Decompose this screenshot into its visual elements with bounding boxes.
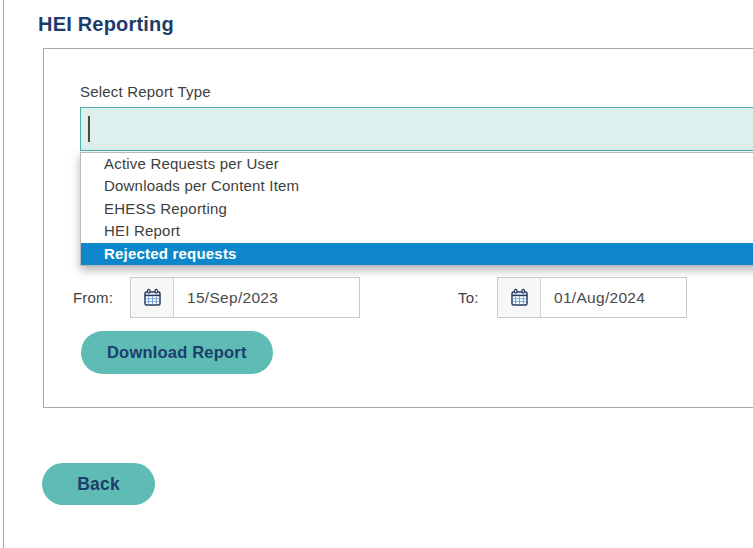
dropdown-option[interactable]: EHESS Reporting xyxy=(81,198,753,221)
to-date-value[interactable]: 01/Aug/2024 xyxy=(541,278,645,317)
to-calendar-button[interactable] xyxy=(498,278,541,317)
download-report-button[interactable]: Download Report xyxy=(81,331,273,374)
page-left-border xyxy=(3,0,4,548)
calendar-icon xyxy=(510,288,529,307)
dropdown-option[interactable]: Downloads per Content Item xyxy=(81,175,753,198)
screen: HEI Reporting Select Report Type Active … xyxy=(0,0,753,548)
report-type-dropdown: Active Requests per UserDownloads per Co… xyxy=(80,152,753,267)
report-type-combobox[interactable] xyxy=(80,107,753,151)
from-label: From: xyxy=(73,289,113,306)
back-button[interactable]: Back xyxy=(42,463,155,505)
from-date-input: 15/Sep/2023 xyxy=(130,277,360,318)
to-date-input: 01/Aug/2024 xyxy=(497,277,687,318)
dropdown-option[interactable]: Active Requests per User xyxy=(81,153,753,176)
dropdown-option[interactable]: HEI Report xyxy=(81,220,753,243)
text-cursor xyxy=(88,116,90,142)
page-title: HEI Reporting xyxy=(38,13,174,36)
from-date-value[interactable]: 15/Sep/2023 xyxy=(174,278,278,317)
to-label: To: xyxy=(458,289,479,306)
calendar-icon xyxy=(143,288,162,307)
select-report-type-label: Select Report Type xyxy=(80,83,211,100)
dropdown-option[interactable]: Rejected requests xyxy=(81,243,753,266)
from-calendar-button[interactable] xyxy=(131,278,174,317)
